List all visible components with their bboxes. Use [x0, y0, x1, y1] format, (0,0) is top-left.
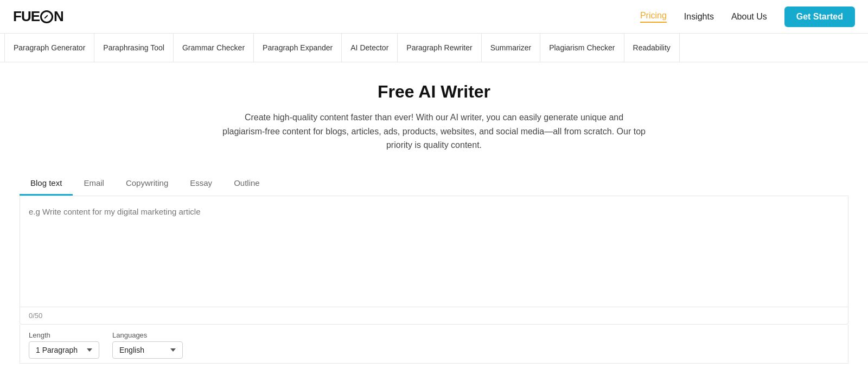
header-nav: Pricing Insights About Us Get Started: [640, 7, 855, 27]
languages-chevron-icon: [170, 348, 176, 352]
length-chevron-icon: [87, 348, 92, 352]
tool-nav-grammar-checker[interactable]: Grammar Checker: [174, 34, 254, 62]
tool-nav: Paragraph Generator Paraphrasing Tool Gr…: [0, 34, 868, 62]
content-tabs: Blog text Email Copywriting Essay Outlin…: [20, 172, 848, 196]
tab-blog-text[interactable]: Blog text: [20, 172, 73, 196]
generate-section: ✦ Generate: [0, 364, 868, 369]
languages-select[interactable]: English: [112, 341, 183, 359]
tool-nav-ai-detector[interactable]: AI Detector: [342, 34, 398, 62]
tab-essay[interactable]: Essay: [179, 172, 223, 196]
hero-description: Create high-quality content faster than …: [222, 111, 646, 152]
tool-nav-paragraph-expander[interactable]: Paragraph Expander: [254, 34, 342, 62]
length-control-group: Length 1 Paragraph: [29, 331, 99, 359]
tab-outline[interactable]: Outline: [223, 172, 271, 196]
main-content: Blog text Email Copywriting Essay Outlin…: [11, 172, 857, 364]
tool-nav-paragraph-rewriter[interactable]: Paragraph Rewriter: [398, 34, 481, 62]
length-label: Length: [29, 331, 99, 339]
get-started-button[interactable]: Get Started: [784, 7, 855, 27]
nav-about-us[interactable]: About Us: [731, 12, 767, 22]
logo-text-part1: FUE: [13, 8, 40, 25]
tab-email[interactable]: Email: [73, 172, 115, 196]
tool-nav-summarizer[interactable]: Summarizer: [482, 34, 540, 62]
textarea-footer: 0/50: [20, 307, 848, 324]
tool-nav-readability[interactable]: Readability: [624, 34, 680, 62]
tool-nav-paraphrasing-tool[interactable]: Paraphrasing Tool: [94, 34, 174, 62]
tool-nav-plagiarism-checker[interactable]: Plagiarism Checker: [540, 34, 624, 62]
logo[interactable]: FUE N: [13, 8, 63, 25]
hero-section: Free AI Writer Create high-quality conte…: [0, 62, 868, 163]
languages-value: English: [119, 346, 144, 354]
logo-text-part2: N: [54, 8, 63, 25]
length-value: 1 Paragraph: [36, 346, 78, 354]
nav-insights[interactable]: Insights: [684, 12, 714, 22]
tab-copywriting[interactable]: Copywriting: [115, 172, 179, 196]
char-count: 0/50: [29, 312, 42, 320]
header: FUE N Pricing Insights About Us Get Star…: [0, 0, 868, 34]
tool-nav-paragraph-generator[interactable]: Paragraph Generator: [4, 34, 94, 62]
nav-pricing[interactable]: Pricing: [640, 11, 667, 23]
languages-label: Languages: [112, 331, 183, 339]
languages-control-group: Languages English: [112, 331, 183, 359]
controls-row: Length 1 Paragraph Languages English: [20, 325, 848, 364]
hero-title: Free AI Writer: [13, 82, 855, 102]
length-select[interactable]: 1 Paragraph: [29, 341, 99, 359]
main-input[interactable]: [20, 196, 848, 305]
textarea-wrapper: 0/50: [20, 196, 848, 325]
logo-icon: [40, 10, 53, 23]
